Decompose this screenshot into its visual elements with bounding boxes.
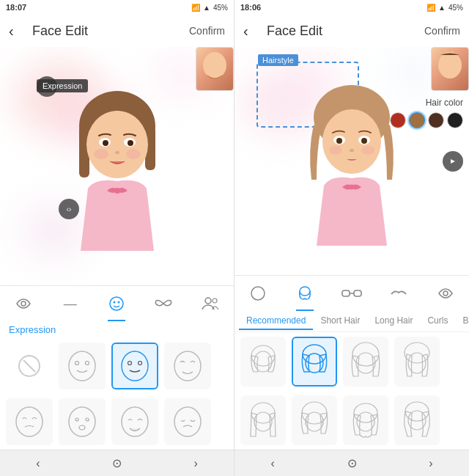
face-option-none[interactable] [6, 343, 53, 389]
swatch-dark-brown[interactable] [428, 112, 444, 128]
hair-tab-row: Recommended Short Hair Long Hair Curls B… [234, 311, 469, 332]
back-button-right[interactable]: ‹ [243, 23, 264, 40]
nav-back-right[interactable]: ‹ [253, 454, 292, 473]
svg-point-6 [86, 111, 148, 178]
svg-point-32 [75, 418, 78, 421]
svg-point-64 [251, 403, 275, 423]
confirm-button-right[interactable]: Confirm [424, 25, 460, 37]
svg-point-55 [443, 291, 448, 296]
svg-point-37 [438, 52, 462, 78]
svg-point-30 [16, 407, 43, 436]
svg-point-17 [114, 301, 116, 304]
face-option-2[interactable] [111, 343, 158, 389]
dash-icon: — [64, 296, 77, 312]
svg-point-45 [329, 146, 342, 155]
tab-hair-right[interactable] [281, 276, 328, 311]
svg-point-0 [203, 52, 226, 78]
page-title-left: Face Edit [32, 23, 189, 39]
svg-point-18 [118, 301, 120, 304]
svg-point-35 [122, 407, 148, 436]
tab-people-left[interactable] [187, 286, 234, 321]
hair-tab-recommended[interactable]: Recommended [239, 312, 313, 330]
svg-point-44 [350, 149, 354, 152]
svg-point-20 [213, 299, 217, 303]
svg-point-46 [361, 146, 374, 155]
nav-forward-right[interactable]: › [411, 454, 450, 473]
tab-icons-left: — [0, 286, 234, 321]
nav-home-right[interactable]: ⊙ [330, 453, 374, 473]
hair-option-1[interactable] [240, 337, 286, 387]
svg-point-67 [306, 412, 323, 431]
avatar-right [286, 77, 418, 246]
thumbnail-image-right [432, 48, 468, 90]
svg-point-42 [336, 138, 342, 144]
svg-rect-51 [354, 290, 361, 296]
svg-point-49 [300, 287, 310, 296]
hair-tab-braid[interactable]: Braid [455, 312, 469, 330]
nav-back-left[interactable]: ‹ [18, 454, 57, 473]
svg-point-36 [174, 407, 201, 436]
hair-option-3[interactable] [343, 337, 388, 387]
svg-point-12 [94, 149, 108, 159]
hair-tab-curls[interactable]: Curls [420, 312, 455, 330]
face-option-5[interactable] [59, 398, 106, 445]
svg-point-14 [114, 188, 120, 194]
svg-point-16 [110, 297, 123, 310]
tab-face-left[interactable] [94, 286, 141, 321]
hair-tab-short[interactable]: Short Hair [313, 312, 367, 330]
hair-option-7[interactable] [343, 395, 388, 445]
tab-eye-left[interactable] [0, 286, 47, 321]
hair-option-5[interactable] [240, 395, 286, 445]
page-title-right: Face Edit [267, 23, 424, 39]
tab-eye-right[interactable] [234, 276, 281, 311]
svg-point-57 [254, 351, 272, 372]
tab-glasses-right[interactable] [328, 276, 375, 311]
face-option-7[interactable] [164, 398, 211, 445]
right-panel: 18:06 📶 ▲ 45% ‹ Face Edit Confirm [234, 0, 469, 476]
svg-point-47 [350, 184, 355, 189]
face-option-1[interactable] [59, 343, 106, 389]
face-option-4[interactable] [6, 398, 53, 445]
nav-bar-left: ‹ ⊙ › [0, 450, 234, 476]
tab-expression-right[interactable] [422, 276, 469, 311]
svg-point-25 [86, 362, 89, 365]
tab-butterfly-left[interactable] [140, 286, 187, 321]
face-options-row1-left [0, 338, 234, 394]
swatch-black[interactable] [447, 112, 463, 128]
time-left: 18:07 [6, 3, 26, 12]
nav-bar-right: ‹ ⊙ › [234, 450, 469, 476]
hair-option-8[interactable] [394, 395, 440, 445]
svg-point-43 [361, 138, 367, 144]
face-option-3[interactable] [164, 343, 211, 389]
nav-forward-left[interactable]: › [176, 454, 215, 473]
status-icons-left: 📶 ▲ 45% [191, 4, 228, 12]
size-control-right[interactable] [443, 151, 463, 172]
svg-line-22 [23, 360, 35, 372]
hair-option-6[interactable] [292, 395, 337, 445]
svg-point-10 [128, 140, 133, 146]
svg-point-34 [79, 425, 85, 430]
hair-option-2[interactable] [292, 337, 337, 387]
svg-point-13 [126, 149, 141, 159]
thumbnail-image-left [196, 48, 233, 90]
reference-thumbnail-left [196, 47, 234, 91]
confirm-button-left[interactable]: Confirm [189, 25, 225, 37]
left-panel: 18:07 📶 ▲ 45% ‹ Face Edit Confirm [0, 0, 234, 476]
bottom-toolbar-right: Recommended Short Hair Long Hair Curls B… [234, 275, 469, 476]
hair-color-label: Hair color [426, 98, 463, 108]
face-option-6[interactable] [111, 398, 158, 445]
tab-eyebrow-right[interactable] [375, 276, 422, 311]
hair-tab-long[interactable]: Long Hair [367, 312, 420, 330]
back-button-left[interactable]: ‹ [9, 23, 29, 40]
signal-icon: 📶 [191, 4, 200, 12]
svg-point-27 [128, 362, 132, 365]
svg-point-15 [21, 301, 26, 306]
svg-point-11 [115, 151, 119, 154]
wifi-icon: ▲ [203, 4, 210, 12]
hair-options-row1 [234, 332, 469, 391]
hair-option-4[interactable] [394, 337, 440, 387]
nav-home-left[interactable]: ⊙ [95, 453, 139, 473]
tab-dash-left[interactable]: — [47, 286, 94, 321]
canvas-area-right: Hairstyle [234, 47, 469, 275]
svg-point-19 [205, 298, 211, 304]
